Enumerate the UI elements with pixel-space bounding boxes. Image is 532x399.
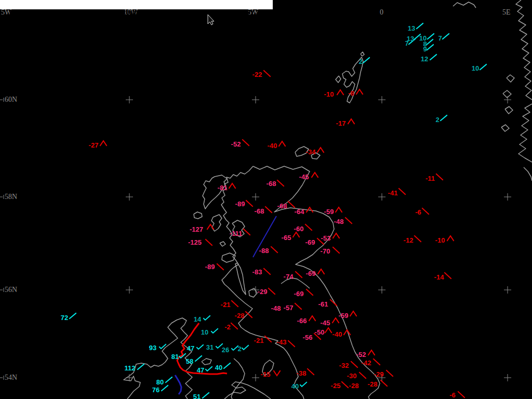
- station-value: -27: [89, 142, 99, 149]
- station-value: 72: [61, 314, 68, 321]
- weather-map-window: 5W10W5W05E60N58N56N54N 13131077891221027…: [0, 0, 532, 399]
- station-value: -22: [252, 71, 262, 78]
- station-value: 47: [187, 345, 194, 352]
- station-value: -45: [299, 174, 309, 180]
- station-value: 40: [291, 383, 299, 390]
- station-value: -59: [324, 208, 334, 215]
- station-value: -15: [261, 371, 271, 378]
- station-value: -50: [315, 329, 325, 336]
- station-value: 51: [193, 393, 201, 399]
- station-value: 7: [405, 40, 408, 47]
- station-value: -28: [368, 381, 378, 388]
- station-value: -32: [339, 362, 349, 369]
- station-value: -41: [388, 190, 398, 196]
- station-value: -125: [188, 239, 202, 246]
- station-value: -42: [362, 360, 371, 366]
- station-value: -40: [332, 331, 342, 338]
- station-value: -68: [255, 208, 264, 215]
- station-value: 40: [215, 364, 222, 371]
- station-value: -48: [271, 305, 281, 312]
- longitude-label: 0: [380, 9, 383, 16]
- station-value: -38: [297, 370, 307, 377]
- station-value: -29: [374, 371, 384, 378]
- station-value: -30: [347, 373, 357, 379]
- station-value: 2: [358, 58, 362, 65]
- station-value: -68: [267, 180, 276, 187]
- station-value: -2: [224, 324, 231, 330]
- station-value: -68: [277, 203, 287, 209]
- station-value: -70: [321, 248, 330, 255]
- station-value: -21: [254, 337, 264, 344]
- station-value: -34: [306, 149, 316, 155]
- station-value: 2: [237, 345, 241, 352]
- title-text: MON 07.11.05 21:00 UTC Bodenwettermeldun…: [9, 8, 270, 16]
- station-value: -43: [277, 339, 287, 345]
- latitude-label: 58N: [5, 193, 17, 201]
- station-value: 12: [421, 56, 428, 62]
- station-value: 93: [149, 344, 156, 351]
- station-value: -52: [231, 141, 241, 148]
- station-value: -52: [356, 351, 366, 358]
- station-value: -45: [321, 320, 330, 326]
- station-value: -10: [324, 91, 334, 98]
- station-value: 2: [435, 116, 439, 123]
- station-value: -61: [318, 301, 328, 308]
- station-value: -69: [305, 239, 315, 246]
- station-value: 81: [171, 353, 179, 360]
- station-value: -111: [230, 230, 243, 237]
- station-value: -11: [425, 175, 435, 182]
- station-value: 80: [156, 379, 164, 385]
- station-value: -66: [297, 317, 307, 324]
- station-value: -28: [349, 382, 359, 389]
- station-value: -14: [434, 274, 444, 281]
- stations-layer: 1313107789122102721410934731262815847401…: [0, 0, 532, 399]
- station-value: -53: [321, 235, 331, 242]
- station-value: -127: [190, 226, 203, 233]
- station-value: 9: [423, 46, 427, 52]
- station-value: -59: [339, 312, 349, 319]
- station-value: 76: [152, 387, 159, 393]
- latitude-label: 56N: [5, 286, 17, 294]
- station-value: -83: [252, 269, 262, 275]
- station-value: -25: [331, 382, 341, 389]
- station-value: 14: [194, 316, 201, 323]
- station-value: -74: [284, 273, 294, 280]
- station-value: -40: [268, 142, 277, 149]
- station-value: -65: [282, 234, 291, 241]
- station-value: -8: [348, 90, 354, 97]
- title-bar: MON 07.11.05 21:00 UTC Bodenwettermeldun…: [0, 0, 273, 9]
- station-value: -10: [435, 237, 445, 244]
- station-value: 31: [206, 344, 214, 351]
- station-value: -89: [205, 263, 215, 270]
- latitude-label: 54N: [5, 374, 17, 381]
- station-value: -21: [221, 301, 231, 308]
- longitude-label: 5E: [502, 9, 511, 16]
- station-value: -17: [336, 120, 346, 127]
- station-value: -29: [258, 288, 268, 295]
- station-value: -6: [415, 209, 421, 216]
- station-value: -6: [449, 392, 456, 398]
- latitude-label: 60N: [5, 96, 17, 103]
- station-value: -56: [303, 334, 313, 341]
- station-value: 13: [408, 25, 415, 32]
- station-value: -48: [334, 218, 344, 225]
- station-value: -69: [294, 290, 304, 297]
- station-value: 10: [472, 65, 479, 72]
- station-value: 47: [197, 367, 204, 374]
- station-value: -88: [259, 247, 269, 254]
- station-value: 26: [222, 347, 229, 353]
- station-value: -12: [404, 237, 414, 244]
- station-value: 112: [125, 365, 136, 371]
- station-value: 10: [201, 329, 208, 336]
- station-value: 58: [186, 358, 193, 365]
- station-value: -64: [295, 208, 304, 215]
- station-value: -28: [235, 312, 245, 319]
- station-value: -69: [306, 270, 316, 277]
- station-value: -57: [284, 304, 294, 311]
- station-value: 7: [438, 35, 442, 42]
- station-value: -60: [294, 225, 304, 232]
- station-value: -81: [218, 184, 228, 191]
- station-value: -89: [235, 201, 245, 207]
